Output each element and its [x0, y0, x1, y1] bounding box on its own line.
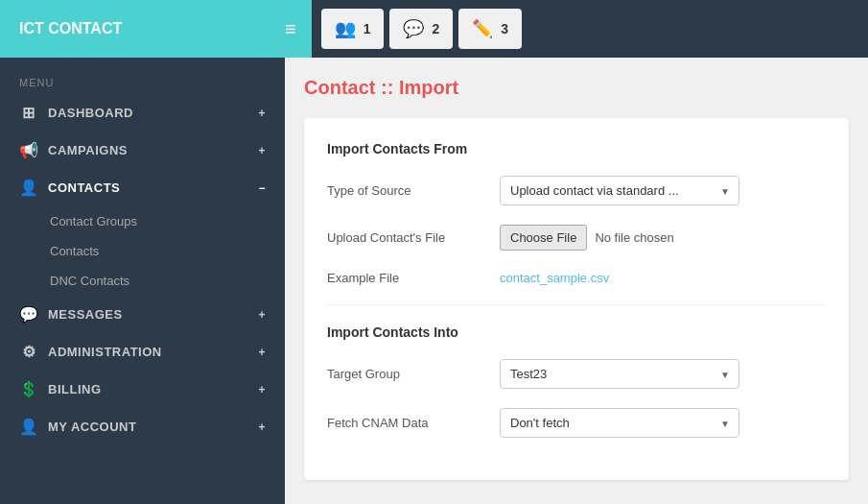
- tabs-area: 👥 1 💬 2 ✏️ 3: [312, 0, 868, 58]
- hamburger-icon[interactable]: ≡: [285, 18, 296, 40]
- app-title: ICT CONTACT: [0, 20, 285, 37]
- tab-3-label: 3: [501, 21, 508, 36]
- tab-1-label: 1: [364, 21, 371, 36]
- section-1-heading: Import Contacts From: [327, 141, 826, 156]
- target-group-row: Target Group Test23 Group 1 Group 2: [327, 359, 826, 389]
- type-of-source-control: Upload contact via standard ... Upload c…: [500, 176, 826, 205]
- upload-contacts-file-control: Choose File No file chosen: [500, 225, 826, 251]
- sidebar-item-campaigns[interactable]: 📢 CAMPAIGNS +: [0, 132, 285, 169]
- my-account-expand-icon: +: [258, 420, 266, 434]
- fetch-cnam-control: Don't fetch Fetch CNAM: [500, 408, 826, 438]
- example-file-row: Example File contact_sample.csv: [327, 270, 826, 285]
- target-group-label: Target Group: [327, 367, 500, 381]
- type-of-source-label: Type of Source: [327, 183, 500, 198]
- example-file-control: contact_sample.csv: [500, 270, 826, 285]
- choose-file-button[interactable]: Choose File: [500, 225, 587, 251]
- sidebar-item-my-account[interactable]: 👤 MY ACCOUNT +: [0, 408, 285, 445]
- fetch-cnam-select-wrapper: Don't fetch Fetch CNAM: [500, 408, 739, 438]
- sidebar-item-label: CONTACTS: [48, 180, 120, 195]
- tab-1[interactable]: 👥 1: [321, 9, 385, 49]
- sidebar-item-label: MY ACCOUNT: [48, 420, 136, 434]
- dashboard-expand-icon: +: [258, 107, 266, 120]
- sidebar-sub-contact-groups[interactable]: Contact Groups: [0, 206, 285, 236]
- messages-icon: 💬: [19, 305, 38, 324]
- file-name-text: No file chosen: [595, 230, 673, 245]
- sidebar-item-label: ADMINISTRATION: [48, 345, 162, 359]
- sidebar-item-administration[interactable]: ⚙ ADMINISTRATION +: [0, 333, 285, 371]
- sidebar-item-label: CAMPAIGNS: [48, 143, 128, 157]
- type-of-source-select-wrapper: Upload contact via standard ... Upload c…: [500, 176, 739, 205]
- sidebar-sub-dnc-contacts[interactable]: DNC Contacts: [0, 266, 285, 296]
- tab-1-icon: 👥: [335, 18, 356, 39]
- form-card: Import Contacts From Type of Source Uplo…: [304, 118, 849, 480]
- sidebar-item-messages[interactable]: 💬 MESSAGES +: [0, 296, 285, 333]
- target-group-select-wrapper: Test23 Group 1 Group 2: [500, 359, 739, 389]
- sidebar-item-label: MESSAGES: [48, 307, 123, 322]
- upload-contacts-file-label: Upload Contact's File: [327, 230, 500, 245]
- page-title: Contact :: Import: [304, 77, 849, 99]
- campaigns-icon: 📢: [19, 141, 38, 159]
- top-bar: ICT CONTACT ≡ 👥 1 💬 2 ✏️ 3: [0, 0, 868, 58]
- tab-2[interactable]: 💬 2: [389, 9, 453, 49]
- sidebar-item-label: BILLING: [48, 382, 102, 396]
- sidebar-item-dashboard[interactable]: ⊞ DASHBOARD +: [0, 94, 285, 132]
- tab-3[interactable]: ✏️ 3: [458, 9, 522, 49]
- administration-expand-icon: +: [258, 346, 266, 359]
- type-of-source-row: Type of Source Upload contact via standa…: [327, 176, 826, 205]
- tab-2-label: 2: [432, 21, 439, 36]
- section-divider: [327, 304, 826, 305]
- sidebar-sub-contacts[interactable]: Contacts: [0, 236, 285, 266]
- target-group-select[interactable]: Test23 Group 1 Group 2: [500, 359, 739, 389]
- fetch-cnam-label: Fetch CNAM Data: [327, 416, 500, 430]
- contacts-icon: 👤: [19, 179, 38, 197]
- tab-3-icon: ✏️: [472, 18, 493, 39]
- contacts-expand-icon: −: [258, 181, 266, 195]
- billing-expand-icon: +: [258, 383, 266, 396]
- sidebar-item-contacts[interactable]: 👤 CONTACTS −: [0, 169, 285, 206]
- fetch-cnam-select[interactable]: Don't fetch Fetch CNAM: [500, 408, 739, 438]
- type-of-source-select[interactable]: Upload contact via standard ... Upload c…: [500, 176, 739, 205]
- example-file-link[interactable]: contact_sample.csv: [500, 271, 609, 285]
- my-account-icon: 👤: [19, 418, 38, 436]
- campaigns-expand-icon: +: [258, 144, 266, 157]
- tab-2-icon: 💬: [403, 18, 424, 39]
- main-layout: MENU ⊞ DASHBOARD + 📢 CAMPAIGNS + 👤 CONTA…: [0, 58, 868, 504]
- content-area: Contact :: Import Import Contacts From T…: [285, 58, 868, 504]
- file-input-wrapper: Choose File No file chosen: [500, 225, 826, 251]
- sidebar-item-label: DASHBOARD: [48, 106, 133, 120]
- messages-expand-icon: +: [258, 308, 266, 322]
- administration-icon: ⚙: [19, 343, 38, 361]
- example-file-label: Example File: [327, 271, 500, 285]
- sidebar-item-billing[interactable]: 💲 BILLING +: [0, 371, 285, 408]
- sidebar: MENU ⊞ DASHBOARD + 📢 CAMPAIGNS + 👤 CONTA…: [0, 58, 285, 504]
- billing-icon: 💲: [19, 380, 38, 398]
- section-2-heading: Import Contacts Into: [327, 324, 826, 340]
- menu-label: MENU: [0, 67, 285, 94]
- fetch-cnam-row: Fetch CNAM Data Don't fetch Fetch CNAM: [327, 408, 826, 438]
- dashboard-icon: ⊞: [19, 104, 38, 122]
- target-group-control: Test23 Group 1 Group 2: [500, 359, 826, 389]
- upload-contacts-file-row: Upload Contact's File Choose File No fil…: [327, 225, 826, 251]
